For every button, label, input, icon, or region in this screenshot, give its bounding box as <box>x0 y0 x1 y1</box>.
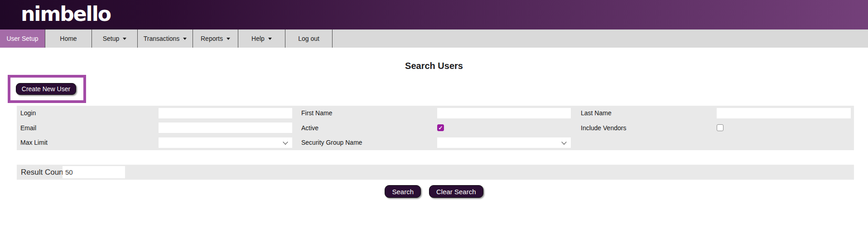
tab-label: Home <box>60 35 77 42</box>
create-new-user-button[interactable]: Create New User <box>16 83 76 95</box>
chevron-down-icon <box>268 38 272 40</box>
security-group-name-label: Security Group Name <box>298 139 437 146</box>
last-name-label: Last Name <box>577 109 717 117</box>
nimbello-logo: nimbello <box>21 2 111 25</box>
active-label: Active <box>298 124 437 132</box>
login-input[interactable] <box>159 108 292 118</box>
app-header: nimbello <box>0 0 868 29</box>
tab-log-out[interactable]: Log out <box>285 29 333 48</box>
tab-label: User Setup <box>6 35 38 42</box>
clear-search-button[interactable]: Clear Search <box>429 185 483 198</box>
result-count-row: Result Count <box>17 165 854 180</box>
first-name-label: First Name <box>298 109 437 117</box>
chevron-down-icon <box>123 38 126 40</box>
tab-label: Reports <box>201 35 223 42</box>
email-label: Email <box>17 124 159 132</box>
max-limit-label: Max Limit <box>17 139 159 146</box>
chevron-down-icon <box>183 38 187 40</box>
tab-label: Log out <box>298 35 319 42</box>
tab-label: Help <box>251 35 265 42</box>
include-vendors-label: Include Vendors <box>577 124 717 132</box>
max-limit-select-wrap <box>159 137 292 148</box>
security-group-select-wrap <box>437 137 571 148</box>
max-limit-select[interactable] <box>159 137 292 148</box>
main-nav: User Setup Home Setup Transactions Repor… <box>0 29 868 48</box>
tab-help[interactable]: Help <box>238 29 285 48</box>
result-count-input[interactable] <box>63 166 125 178</box>
active-checkbox[interactable] <box>437 124 444 131</box>
tab-transactions[interactable]: Transactions <box>138 29 193 48</box>
tab-label: Transactions <box>144 35 180 42</box>
tab-home[interactable]: Home <box>45 29 92 48</box>
email-input[interactable] <box>159 123 292 133</box>
page-title: Search Users <box>0 61 868 71</box>
login-label: Login <box>17 109 159 117</box>
last-name-input[interactable] <box>717 108 851 118</box>
tab-setup[interactable]: Setup <box>92 29 138 48</box>
search-users-form: Login First Name Last Name Email Active … <box>17 106 854 150</box>
tab-user-setup[interactable]: User Setup <box>0 29 45 48</box>
result-count-label: Result Count <box>17 168 63 177</box>
create-user-highlight-box: Create New User <box>8 75 86 103</box>
include-vendors-checkbox[interactable] <box>717 124 723 131</box>
security-group-name-select[interactable] <box>437 137 571 148</box>
first-name-input[interactable] <box>437 108 571 118</box>
search-button[interactable]: Search <box>385 185 421 198</box>
tab-reports[interactable]: Reports <box>193 29 238 48</box>
chevron-down-icon <box>227 38 230 40</box>
form-actions: Search Clear Search <box>0 185 868 198</box>
tab-label: Setup <box>103 35 120 42</box>
